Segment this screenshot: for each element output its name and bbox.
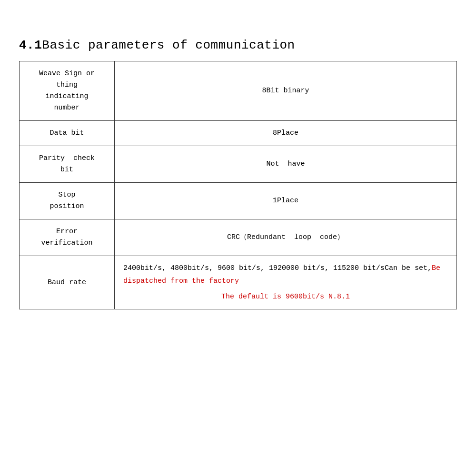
value-weave-sign: 8Bit binary <box>115 61 457 121</box>
table-row: Parity checkbit Not have <box>20 146 457 183</box>
label-error-verification: Errorverification <box>20 219 115 256</box>
table-row: Baud rate 2400bit/s, 4800bit/s, 9600 bit… <box>20 256 457 309</box>
value-baud-rate: 2400bit/s, 4800bit/s, 9600 bit/s, 192000… <box>115 256 457 309</box>
label-baud-rate: Baud rate <box>20 256 115 309</box>
baud-default-text: The default is 9600bit/s N.8.1 <box>221 293 350 301</box>
label-stop-position: Stopposition <box>20 183 115 219</box>
table-row: Stopposition 1Place <box>20 183 457 219</box>
communication-parameters-table: Weave Sign orthingindicatingnumber 8Bit … <box>19 61 457 309</box>
label-weave-sign: Weave Sign orthingindicatingnumber <box>20 61 115 121</box>
table-row: Weave Sign orthingindicatingnumber 8Bit … <box>20 61 457 121</box>
value-error-verification: CRC（Redundant loop code） <box>115 219 457 256</box>
table-row: Data bit 8Place <box>20 121 457 146</box>
baud-options-text: 2400bit/s, 4800bit/s, 9600 bit/s, 192000… <box>123 264 432 272</box>
page-title: 4.1Basic parameters of communication <box>19 38 295 52</box>
label-data-bit: Data bit <box>20 121 115 146</box>
table-row: Errorverification CRC（Redundant loop cod… <box>20 219 457 256</box>
value-stop-position: 1Place <box>115 183 457 219</box>
value-parity-check: Not have <box>115 146 457 183</box>
label-parity-check: Parity checkbit <box>20 146 115 183</box>
value-data-bit: 8Place <box>115 121 457 146</box>
